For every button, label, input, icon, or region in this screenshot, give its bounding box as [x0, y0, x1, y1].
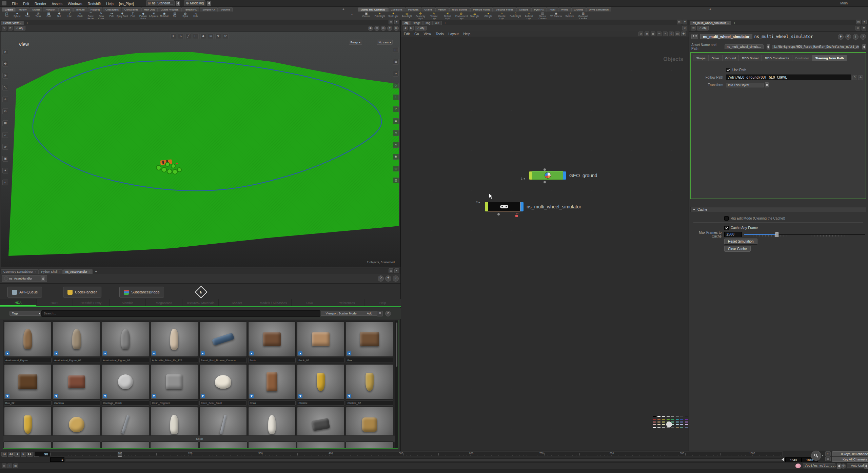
asset-item[interactable]: [297, 322, 345, 363]
search-icon[interactable]: ⚲: [845, 34, 851, 40]
shelf-tool[interactable]: ◍ Environment Light: [454, 12, 468, 19]
network-context-tab[interactable]: img: [423, 21, 433, 25]
shelf-tool[interactable]: ╱ Line: [64, 12, 75, 19]
shelf-tab[interactable]: Oceans: [516, 7, 531, 12]
asset-thumbnail[interactable]: [151, 364, 198, 399]
prims-mode-icon[interactable]: ▢: [193, 33, 199, 39]
asset-grid-scrollbar[interactable]: [395, 321, 398, 448]
shelf-tool[interactable]: ▭ Area Light: [400, 12, 414, 19]
shelf-tool[interactable]: ⊞ Gamepad Camera: [576, 12, 590, 19]
add-pane-tab-button[interactable]: +: [442, 21, 448, 25]
list-icon[interactable]: ≔: [691, 26, 696, 30]
slider-handle[interactable]: [775, 232, 778, 237]
asset-name-field[interactable]: [53, 400, 100, 406]
shelf-tab[interactable]: Characters: [103, 7, 121, 12]
asset-path-dropdown[interactable]: L:/Workgroups/HOU_Asset_Handler_Dev/otls…: [772, 45, 859, 49]
param-tab[interactable]: RBD Constraints: [762, 55, 792, 61]
palette-color-chip[interactable]: [680, 427, 683, 428]
reset-simulation-button[interactable]: Reset Simulation: [724, 239, 757, 244]
menu-item[interactable]: Edit: [20, 1, 32, 6]
gear-icon[interactable]: ✱: [385, 275, 391, 282]
asset-item[interactable]: [248, 322, 296, 363]
param-tab[interactable]: Steering from Path: [812, 55, 847, 61]
palette-color-chip[interactable]: [653, 421, 656, 423]
pane-menu-icon[interactable]: ▾: [394, 268, 399, 273]
asset-name-field[interactable]: [151, 400, 198, 406]
palette-color-chip[interactable]: [662, 427, 665, 428]
add-shelf-tab-button-right[interactable]: +: [708, 7, 713, 11]
shelf-tab[interactable]: Wires: [558, 7, 571, 12]
follow-path-input[interactable]: [726, 75, 851, 80]
category-tab[interactable]: Textures / Materials: [182, 299, 219, 306]
palette-color-chip[interactable]: [657, 421, 660, 423]
param-tab[interactable]: Controller: [792, 55, 812, 61]
warning-icon[interactable]: !: [7, 464, 12, 468]
asset-item[interactable]: [297, 364, 345, 406]
pane-split-icon[interactable]: ▤: [389, 268, 393, 273]
shelf-tab[interactable]: Particles: [406, 7, 421, 12]
pane-maximize-icon[interactable]: ⊞: [394, 26, 399, 31]
shelf-divider-icon[interactable]: ▾: [351, 13, 355, 17]
shade-mode-icon[interactable]: ◐: [2, 180, 8, 185]
snap-grid-icon[interactable]: ▦: [2, 120, 8, 126]
shelf-tab[interactable]: Collisions: [388, 7, 405, 12]
list-mode-icon[interactable]: ≔: [657, 32, 662, 36]
asset-item[interactable]: [346, 322, 394, 363]
palette-color-chip[interactable]: [662, 421, 665, 423]
shelf-tab[interactable]: Lights and Cameras: [358, 7, 388, 12]
render-view-icon[interactable]: ◍: [381, 26, 386, 31]
palette-color-chip[interactable]: [657, 424, 660, 425]
shelf-tool[interactable]: ↝ Path: [106, 12, 117, 19]
shelf-tool[interactable]: ⇄ Switcher: [563, 12, 576, 19]
shelf-tool[interactable]: ✧ Caustic Light: [495, 12, 509, 19]
asset-thumbnail[interactable]: [199, 364, 247, 399]
play-icon[interactable]: ▶: [21, 452, 26, 457]
translate-tool-icon[interactable]: ✥: [2, 61, 8, 67]
transform-dropdown[interactable]: Into This Object: [726, 83, 764, 87]
grid-toggle-icon[interactable]: ▦: [393, 59, 399, 65]
network-context-tab[interactable]: obj: [402, 21, 411, 25]
shelf-tool[interactable]: ◉ Metaball: [159, 12, 170, 19]
shelf-tab[interactable]: Modify: [16, 7, 29, 12]
asset-name-field[interactable]: [199, 358, 247, 363]
search-input[interactable]: [41, 310, 320, 317]
wireframe-icon[interactable]: ◇: [393, 83, 399, 88]
shelf-tab[interactable]: Model: [30, 7, 43, 12]
asset-item[interactable]: [199, 322, 247, 363]
palette-color-chip[interactable]: [662, 419, 665, 420]
add-view-icon[interactable]: ✚: [681, 32, 686, 36]
fog-icon[interactable]: ≋: [393, 142, 399, 148]
help-icon[interactable]: ?: [860, 34, 866, 40]
shelf-tool[interactable]: ◎ Torus: [33, 12, 43, 19]
palette-color-chip[interactable]: [676, 427, 679, 428]
shelf-tool[interactable]: ○ Ambient Light: [522, 12, 536, 19]
param-tab[interactable]: Drive: [708, 55, 722, 61]
shelf-tool[interactable]: ▮ Tube: [22, 12, 33, 19]
update-mode-spinner[interactable]: [864, 464, 868, 469]
current-frame-field[interactable]: [35, 452, 50, 456]
node-selectable-flag[interactable]: [485, 202, 488, 211]
scan-button[interactable]: Scan: [3, 435, 396, 442]
node-selectable-flag[interactable]: [529, 171, 532, 180]
palette-color-chip[interactable]: [685, 419, 688, 420]
asset-thumbnail[interactable]: [102, 322, 149, 357]
asset-thumbnail[interactable]: [53, 322, 100, 357]
palette-color-chip[interactable]: [657, 419, 660, 420]
asset-item[interactable]: [53, 322, 100, 363]
shelf-tool[interactable]: ❖ Geometry Light: [414, 12, 427, 19]
asset-item[interactable]: [248, 364, 296, 406]
rig-edit-mode-checkbox[interactable]: [724, 216, 729, 221]
shelf-tab[interactable]: Hair Utils: [141, 7, 158, 12]
snap-point-icon[interactable]: ∴: [2, 132, 8, 138]
asset-name-field[interactable]: [297, 358, 344, 363]
palette-color-chip[interactable]: [676, 421, 679, 423]
node-output-dot[interactable]: [497, 213, 500, 216]
palette-color-chip[interactable]: [685, 427, 688, 428]
pane-tab[interactable]: ns_AssetHandler×: [63, 269, 93, 274]
node-display-flag[interactable]: [563, 171, 566, 180]
menu-item[interactable]: Windows: [65, 1, 85, 6]
palette-color-chip[interactable]: [662, 416, 665, 417]
view-options-icon[interactable]: ▾: [387, 26, 392, 31]
shelf-tool[interactable]: ◫ Stereo Camera: [536, 12, 549, 19]
shelf-tool[interactable]: ✶ Point Light: [373, 12, 387, 19]
